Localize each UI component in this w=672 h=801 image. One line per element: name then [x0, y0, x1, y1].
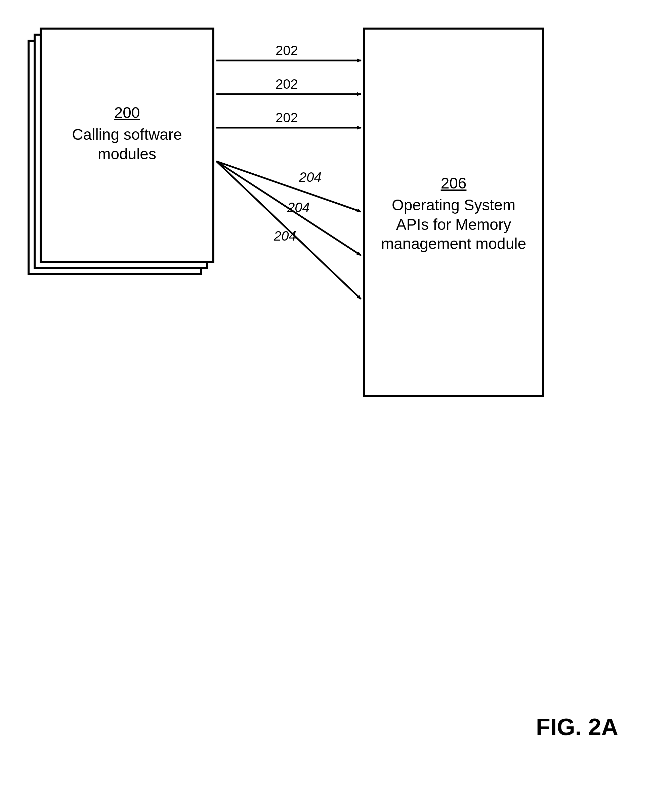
arrow-label-202-c: 202	[275, 110, 298, 125]
arrow-label-204-a: 204	[299, 170, 322, 185]
arrow-label-204-c: 204	[274, 228, 296, 244]
os-apis-memory-management-box: 206 Operating System APIs for Memory man…	[363, 27, 544, 397]
diagram-canvas: 200 Calling software modules 206 Operati…	[0, 0, 672, 801]
left-box-label-line1: Calling software	[72, 125, 182, 143]
arrow-label-202-a: 202	[275, 43, 298, 58]
arrow-label-204-b: 204	[287, 200, 310, 215]
arrow-label-202-b: 202	[275, 77, 298, 92]
right-box-label-line2: APIs for Memory	[396, 216, 511, 233]
left-box-ref: 200	[42, 103, 212, 122]
right-box-ref: 206	[365, 174, 542, 192]
figure-label: FIG. 2A	[536, 714, 618, 740]
right-box-label-line1: Operating System	[392, 196, 515, 214]
calling-software-modules-box: 200 Calling software modules	[40, 27, 214, 263]
right-box-label-line3: management module	[381, 235, 526, 253]
left-box-label-line2: modules	[98, 145, 156, 162]
